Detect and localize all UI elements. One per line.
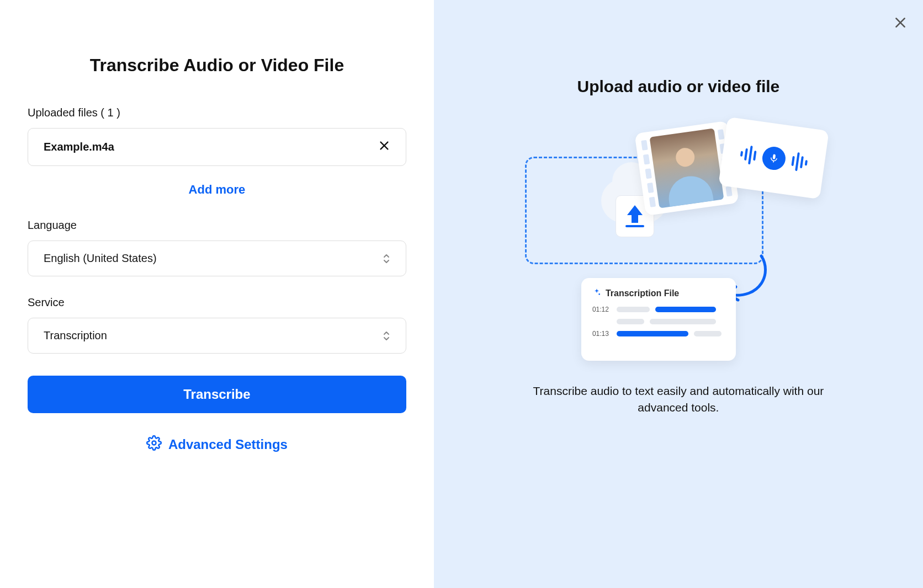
uploaded-files-label: Uploaded files ( 1 ) bbox=[28, 106, 406, 119]
audio-card-illustration bbox=[718, 117, 829, 200]
sparkle-icon bbox=[592, 288, 601, 299]
remove-file-icon[interactable] bbox=[378, 140, 390, 154]
svg-point-2 bbox=[152, 441, 156, 445]
svg-point-6 bbox=[598, 293, 600, 295]
uploaded-files-count: ( 1 ) bbox=[100, 106, 120, 119]
mic-icon bbox=[761, 145, 787, 171]
uploaded-file-name: Example.m4a bbox=[44, 141, 114, 153]
service-label: Service bbox=[28, 296, 406, 309]
advanced-settings-label: Advanced Settings bbox=[168, 437, 288, 452]
select-updown-icon bbox=[383, 253, 390, 264]
uploaded-files-prefix: Uploaded files bbox=[28, 106, 98, 119]
service-value: Transcription bbox=[44, 329, 107, 342]
illustration: Transcription File 01:12 01:13 bbox=[524, 118, 833, 361]
info-title: Upload audio or video file bbox=[577, 77, 780, 96]
advanced-settings-link[interactable]: Advanced Settings bbox=[28, 435, 406, 454]
language-value: English (United States) bbox=[44, 252, 157, 265]
gear-icon bbox=[146, 435, 162, 454]
transcript-card-illustration: Transcription File 01:12 01:13 bbox=[581, 278, 736, 361]
language-label: Language bbox=[28, 219, 406, 232]
transcribe-button[interactable]: Transcribe bbox=[28, 376, 406, 413]
service-select[interactable]: Transcription bbox=[28, 318, 406, 354]
add-more-link[interactable]: Add more bbox=[28, 183, 406, 197]
language-select[interactable]: English (United States) bbox=[28, 240, 406, 276]
transcript-card-title: Transcription File bbox=[606, 288, 679, 298]
timestamp-1: 01:12 bbox=[592, 306, 611, 313]
close-icon[interactable] bbox=[893, 15, 908, 32]
page-title: Transcribe Audio or Video File bbox=[28, 55, 406, 76]
info-panel: Upload audio or video file bbox=[434, 0, 923, 588]
info-description: Transcribe audio to text easily and auto… bbox=[518, 383, 839, 416]
uploaded-file-row: Example.m4a bbox=[28, 128, 406, 166]
select-updown-icon bbox=[383, 330, 390, 341]
form-panel: Transcribe Audio or Video File Uploaded … bbox=[0, 0, 434, 588]
timestamp-2: 01:13 bbox=[592, 330, 611, 338]
